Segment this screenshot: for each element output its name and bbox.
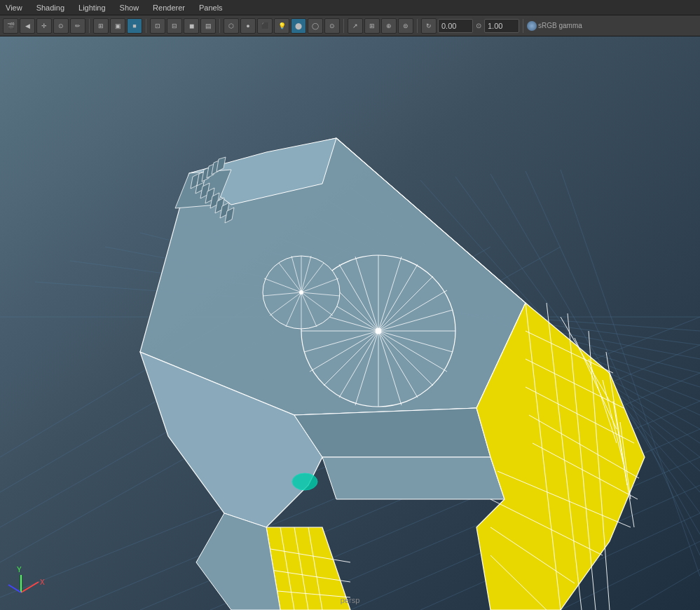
btn-light[interactable]: 💡 [274, 18, 289, 34]
tool-select[interactable]: ◀ [20, 18, 35, 34]
btn-snap-arrow[interactable]: ↗ [348, 18, 363, 34]
btn-shaded2[interactable]: ◼ [184, 18, 199, 34]
menu-view[interactable]: View [3, 4, 25, 12]
btn-dot[interactable]: ⬤ [291, 18, 306, 34]
sep-1 [89, 19, 90, 33]
tool-camera[interactable]: 🎬 [3, 18, 18, 34]
sep-4 [343, 19, 344, 33]
btn-mode4[interactable]: ▤ [200, 18, 216, 34]
color-mode-label: sRGB gamma [538, 22, 582, 29]
svg-text:Y: Y [17, 566, 22, 574]
label-value: ⊙ [474, 22, 483, 29]
sep-6 [523, 19, 523, 33]
tool-move[interactable]: ✛ [36, 18, 52, 34]
toolbar: 🎬 ◀ ✛ ⊙ ✏ ⊞ ▣ ■ ⊡ ⊟ ◼ ▤ ⬡ ● ⬛ 💡 ⬤ ◯ ⊙ ↗ … [0, 15, 700, 36]
tool-paint[interactable]: ✏ [70, 18, 85, 34]
btn-wireframe-box[interactable]: ⊞ [93, 18, 109, 34]
svg-point-74 [376, 328, 381, 334]
btn-refresh[interactable]: ↻ [421, 18, 437, 34]
sep-5 [417, 19, 418, 33]
btn-cylinder[interactable]: ⬛ [257, 18, 273, 34]
menu-lighting[interactable]: Lighting [76, 4, 109, 12]
svg-text:X: X [40, 578, 45, 586]
menu-shading[interactable]: Shading [34, 4, 67, 12]
field-value2[interactable]: 1.00 [484, 19, 519, 33]
btn-wireframe2[interactable]: ⊡ [150, 18, 165, 34]
menu-bar: View Shading Lighting Show Renderer Pane… [0, 0, 700, 15]
menu-renderer[interactable]: Renderer [150, 4, 188, 12]
svg-marker-93 [322, 457, 505, 499]
sep-2 [146, 19, 146, 33]
tool-lasso[interactable]: ⊙ [53, 18, 69, 34]
field-value1[interactable]: 0.00 [438, 19, 473, 33]
grid-background: X Y [0, 36, 700, 610]
btn-ring[interactable]: ⊙ [324, 18, 340, 34]
menu-show[interactable]: Show [117, 4, 142, 12]
svg-marker-92 [294, 408, 490, 457]
btn-shaded[interactable]: ■ [127, 18, 142, 34]
menu-panels[interactable]: Panels [196, 4, 226, 12]
camera-label: persp [341, 596, 360, 604]
btn-cube[interactable]: ⬡ [224, 18, 239, 34]
btn-snap-point[interactable]: ⊕ [381, 18, 397, 34]
btn-circle[interactable]: ◯ [308, 18, 323, 34]
btn-smooth2[interactable]: ⊟ [167, 18, 182, 34]
btn-snap-surface[interactable]: ⊜ [398, 18, 413, 34]
viewport[interactable]: X Y persp [0, 36, 700, 610]
svg-point-90 [299, 290, 303, 294]
btn-smooth-box[interactable]: ▣ [110, 18, 125, 34]
btn-sphere[interactable]: ● [240, 18, 256, 34]
btn-snap-grid[interactable]: ⊞ [364, 18, 380, 34]
svg-point-122 [292, 473, 317, 490]
color-swatch [527, 21, 537, 31]
sep-3 [219, 19, 220, 33]
color-mode-indicator: sRGB gamma [527, 21, 582, 31]
